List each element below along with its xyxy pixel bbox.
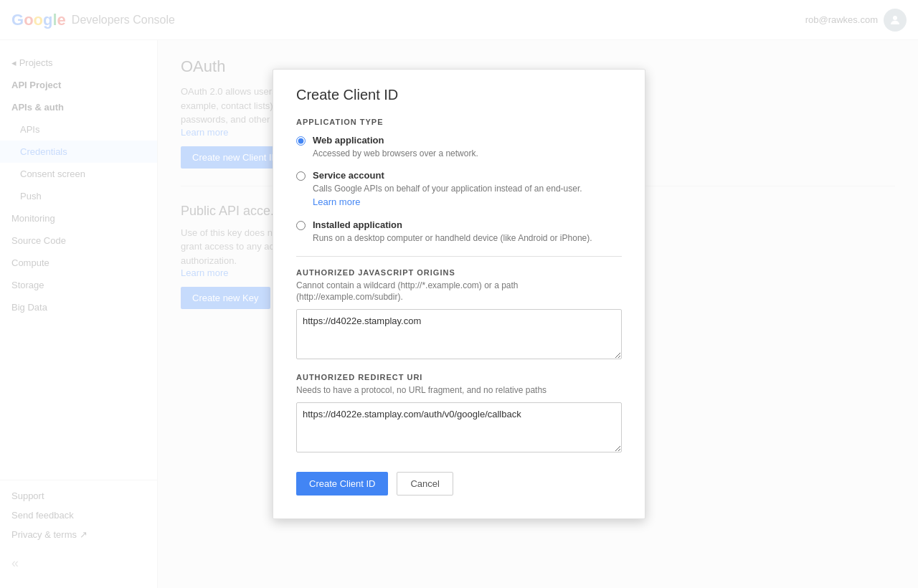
auth-js-origins-section: AUTHORIZED JAVASCRIPT ORIGINS Cannot con…	[296, 268, 622, 362]
radio-option-service-account[interactable]: Service account Calls Google APIs on beh…	[296, 170, 622, 209]
auth-redirect-uri-title: AUTHORIZED REDIRECT URI	[296, 373, 622, 381]
dialog-actions: Create Client ID Cancel	[296, 472, 622, 495]
radio-service-account-label: Service account	[313, 170, 582, 181]
dialog-body: Create Client ID APPLICATION TYPE Web ap…	[273, 70, 645, 518]
radio-web-app[interactable]	[296, 136, 306, 146]
radio-web-app-desc: Accessed by web browsers over a network.	[313, 147, 478, 160]
create-client-id-submit-button[interactable]: Create Client ID	[296, 472, 388, 495]
auth-js-origins-title: AUTHORIZED JAVASCRIPT ORIGINS	[296, 268, 622, 277]
radio-option-web-app[interactable]: Web application Accessed by web browsers…	[296, 135, 622, 160]
radio-installed-app-label: Installed application	[313, 219, 592, 230]
dialog-title: Create Client ID	[296, 87, 622, 103]
radio-web-app-label: Web application	[313, 135, 478, 146]
create-client-id-dialog: Create Client ID APPLICATION TYPE Web ap…	[273, 69, 645, 519]
radio-service-account[interactable]	[296, 171, 306, 181]
learn-more-service-account[interactable]: Learn more	[313, 196, 360, 207]
auth-redirect-uri-input[interactable]	[296, 402, 622, 452]
radio-installed-app[interactable]	[296, 221, 306, 230]
radio-option-installed-app[interactable]: Installed application Runs on a desktop …	[296, 219, 622, 245]
auth-js-origins-input[interactable]	[296, 309, 622, 359]
radio-installed-app-desc: Runs on a desktop computer or handheld d…	[313, 232, 592, 245]
auth-js-origins-desc: Cannot contain a wildcard (http://*.exam…	[296, 280, 622, 304]
auth-redirect-uri-section: AUTHORIZED REDIRECT URI Needs to have a …	[296, 373, 622, 455]
cancel-button[interactable]: Cancel	[397, 472, 453, 495]
app-type-section-title: APPLICATION TYPE	[296, 118, 622, 126]
radio-service-account-desc: Calls Google APIs on behalf of your appl…	[313, 182, 582, 209]
auth-redirect-uri-desc: Needs to have a protocol, no URL fragmen…	[296, 384, 622, 397]
